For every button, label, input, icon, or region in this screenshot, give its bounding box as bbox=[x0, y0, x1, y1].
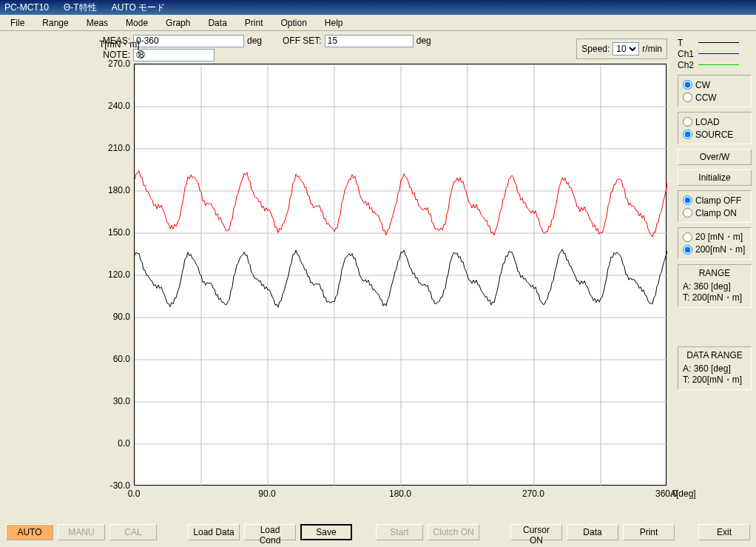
cal-button[interactable]: CAL bbox=[109, 524, 157, 540]
loadsource-panel: LOAD SOURCE bbox=[678, 112, 752, 144]
menu-help[interactable]: Help bbox=[317, 16, 351, 30]
speed-box: Speed: 10 r/min bbox=[576, 38, 667, 59]
auto-button[interactable]: AUTO bbox=[6, 524, 53, 540]
y-tick: 210.0 bbox=[93, 143, 130, 153]
offset-input[interactable] bbox=[325, 35, 414, 47]
range-t: T: 200[mN・m] bbox=[683, 292, 746, 304]
cursor-on-button[interactable]: Cursor ON bbox=[510, 524, 562, 540]
speed-label: Speed: bbox=[581, 44, 610, 54]
app-name: PC-MCT10 bbox=[4, 2, 49, 13]
legend-t-swatch bbox=[698, 42, 739, 44]
offset-unit: deg bbox=[416, 36, 431, 46]
load-data-button[interactable]: Load Data bbox=[188, 524, 240, 540]
legend-ch2-swatch bbox=[698, 64, 739, 66]
y-tick: 0.0 bbox=[93, 438, 130, 449]
radio-cw[interactable]: CW bbox=[683, 78, 746, 91]
x-tick: 270.0 bbox=[515, 489, 552, 499]
meas-unit: deg bbox=[247, 36, 262, 46]
scale-panel: 20 [mN・m] 200[mN・m] bbox=[678, 227, 752, 260]
initialize-button[interactable]: Initialize bbox=[678, 170, 752, 186]
y-axis-label: T[mN・m] bbox=[99, 38, 140, 51]
print-button[interactable]: Print bbox=[623, 524, 675, 540]
range-title: RANGE bbox=[683, 268, 746, 278]
menu-graph[interactable]: Graph bbox=[158, 16, 198, 30]
menu-print[interactable]: Print bbox=[237, 16, 271, 30]
radio-load[interactable]: LOAD bbox=[683, 115, 746, 128]
range-a: A: 360 [deg] bbox=[683, 281, 746, 292]
menu-range[interactable]: Range bbox=[35, 16, 75, 30]
legend-ch1: Ch1 bbox=[678, 49, 698, 59]
y-tick: 120.0 bbox=[93, 269, 130, 280]
speed-select[interactable]: 10 bbox=[612, 42, 639, 56]
overw-button[interactable]: Over/W bbox=[678, 149, 752, 165]
direction-panel: CW CCW bbox=[678, 75, 752, 107]
radio-ccw[interactable]: CCW bbox=[683, 91, 746, 104]
legend-ch1-swatch bbox=[698, 53, 739, 55]
x-tick: 0.0 bbox=[115, 489, 152, 499]
meas-input[interactable] bbox=[133, 35, 244, 47]
y-tick: 30.0 bbox=[93, 396, 130, 406]
x-tick: 90.0 bbox=[249, 489, 286, 499]
title-mode: Θ-T特性 bbox=[64, 1, 97, 14]
range-panel: RANGE A: 360 [deg] T: 200[mN・m] bbox=[678, 264, 752, 308]
radio-scale-200[interactable]: 200[mN・m] bbox=[683, 244, 746, 256]
radio-scale-20[interactable]: 20 [mN・m] bbox=[683, 231, 746, 244]
load-cond-button[interactable]: Load Cond bbox=[244, 524, 296, 540]
note-input[interactable] bbox=[133, 49, 215, 61]
manu-button[interactable]: MANU bbox=[58, 524, 105, 540]
y-tick: 90.0 bbox=[93, 312, 130, 322]
data-range-t: T: 200[mN・m] bbox=[683, 374, 746, 386]
title-bar: PC-MCT10 Θ-T特性 AUTO モード bbox=[0, 0, 756, 15]
offset-label: OFF SET: bbox=[283, 36, 322, 46]
save-button[interactable]: Save bbox=[300, 524, 352, 540]
y-tick: 60.0 bbox=[93, 354, 130, 364]
data-range-panel: DATA RANGE A: 360 [deg] T: 200[mN・m] bbox=[678, 346, 752, 390]
bottom-toolbar: AUTO MANU CAL Load Data Load Cond Save S… bbox=[0, 520, 756, 545]
radio-clamp-on[interactable]: Clamp ON bbox=[683, 207, 746, 219]
menu-bar: File Range Meas Mode Graph Data Print Op… bbox=[0, 15, 756, 31]
menu-option[interactable]: Option bbox=[274, 16, 314, 30]
exit-button[interactable]: Exit bbox=[698, 524, 750, 540]
legend: T Ch1 Ch2 bbox=[678, 37, 752, 70]
y-tick: 270.0 bbox=[93, 58, 130, 69]
menu-data[interactable]: Data bbox=[200, 16, 234, 30]
clutch-button[interactable]: Clutch ON bbox=[428, 524, 479, 540]
speed-unit: r/min bbox=[642, 44, 662, 54]
data-range-title: DATA RANGE bbox=[683, 350, 746, 360]
clamp-panel: Clamp OFF Clamp ON bbox=[678, 190, 752, 223]
title-auto: AUTO モード bbox=[112, 1, 165, 14]
x-tick: 180.0 bbox=[382, 489, 419, 499]
legend-t: T bbox=[678, 38, 698, 48]
menu-file[interactable]: File bbox=[3, 16, 32, 30]
x-axis-label: A[deg] bbox=[670, 489, 704, 499]
radio-source[interactable]: SOURCE bbox=[683, 128, 746, 141]
start-button[interactable]: Start bbox=[376, 524, 423, 540]
radio-clamp-off[interactable]: Clamp OFF bbox=[683, 194, 746, 207]
menu-mode[interactable]: Mode bbox=[118, 16, 155, 30]
legend-ch2: Ch2 bbox=[678, 60, 698, 70]
plot bbox=[134, 64, 666, 486]
y-tick: 240.0 bbox=[93, 101, 130, 111]
data-button[interactable]: Data bbox=[567, 524, 618, 540]
y-tick: 150.0 bbox=[93, 227, 130, 238]
menu-meas[interactable]: Meas bbox=[79, 16, 115, 30]
data-range-a: A: 360 [deg] bbox=[683, 363, 746, 374]
chart-area: MEAS: deg OFF SET: deg NOTE: Speed: 10 r… bbox=[4, 34, 673, 520]
y-tick: 180.0 bbox=[93, 185, 130, 195]
